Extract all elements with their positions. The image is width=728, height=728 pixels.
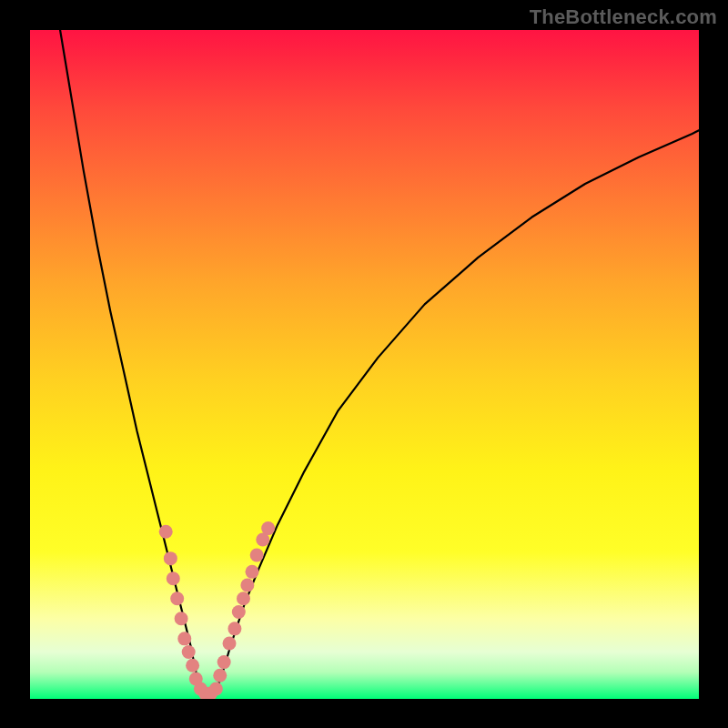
marker-point <box>217 655 231 669</box>
marker-point <box>213 669 227 682</box>
marker-point <box>223 637 237 651</box>
marker-point <box>170 592 184 605</box>
marker-point <box>250 548 264 561</box>
marker-point <box>182 645 196 659</box>
chart-svg <box>30 30 699 699</box>
marker-point <box>186 659 199 672</box>
marker-point <box>177 632 191 645</box>
chart-frame: TheBottleneck.com <box>0 0 728 728</box>
marker-point <box>261 521 275 535</box>
marker-point <box>237 592 250 605</box>
series-right-curve <box>214 130 699 693</box>
marker-point <box>246 565 259 579</box>
marker-point <box>209 682 223 695</box>
marker-point <box>164 551 177 565</box>
marker-point <box>159 525 173 539</box>
marker-point <box>175 612 188 625</box>
marker-group <box>159 521 275 699</box>
marker-point <box>240 579 254 592</box>
marker-point <box>228 622 241 635</box>
marker-point <box>232 605 246 619</box>
watermark-text: TheBottleneck.com <box>530 5 717 29</box>
marker-point <box>167 571 180 585</box>
plot-area <box>30 30 699 699</box>
series-group <box>60 30 699 696</box>
